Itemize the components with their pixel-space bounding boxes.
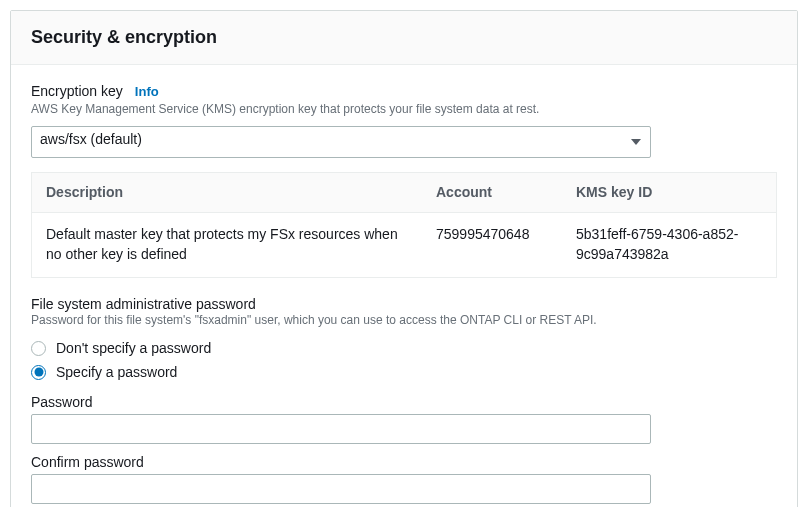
panel-title: Security & encryption bbox=[31, 27, 777, 48]
admin-password-label: File system administrative password bbox=[31, 296, 777, 312]
panel-header: Security & encryption bbox=[11, 11, 797, 65]
info-link[interactable]: Info bbox=[135, 84, 159, 99]
radio-icon-selected bbox=[31, 365, 46, 380]
table-cell-kms-key-id: 5b31feff-6759-4306-a852-9c99a743982a bbox=[562, 213, 776, 276]
table-cell-description: Default master key that protects my FSx … bbox=[32, 213, 422, 276]
table-header-description: Description bbox=[32, 173, 422, 213]
encryption-key-description: AWS Key Management Service (KMS) encrypt… bbox=[31, 101, 777, 118]
confirm-password-input[interactable] bbox=[31, 474, 651, 504]
confirm-password-label: Confirm password bbox=[31, 454, 777, 470]
radio-label-dont-specify: Don't specify a password bbox=[56, 340, 211, 356]
table-row: Default master key that protects my FSx … bbox=[32, 213, 776, 276]
security-encryption-panel: Security & encryption Encryption key Inf… bbox=[10, 10, 798, 507]
radio-specify-password[interactable]: Specify a password bbox=[31, 360, 777, 384]
admin-password-description: Password for this file system's "fsxadmi… bbox=[31, 312, 777, 329]
table-header-kms-key-id: KMS key ID bbox=[562, 173, 776, 213]
encryption-key-label-row: Encryption key Info bbox=[31, 83, 777, 99]
radio-label-specify: Specify a password bbox=[56, 364, 177, 380]
password-field-group: Password bbox=[31, 394, 777, 444]
radio-dont-specify-password[interactable]: Don't specify a password bbox=[31, 336, 777, 360]
encryption-key-label: Encryption key bbox=[31, 83, 123, 99]
encryption-key-select[interactable]: aws/fsx (default) bbox=[31, 126, 651, 158]
encryption-key-select-wrapper: aws/fsx (default) bbox=[31, 126, 651, 158]
table-cell-account: 759995470648 bbox=[422, 213, 562, 276]
admin-password-radio-group: Don't specify a password Specify a passw… bbox=[31, 336, 777, 384]
password-input[interactable] bbox=[31, 414, 651, 444]
table-header-account: Account bbox=[422, 173, 562, 213]
password-label: Password bbox=[31, 394, 777, 410]
table-header-row: Description Account KMS key ID bbox=[32, 173, 776, 214]
kms-key-table: Description Account KMS key ID Default m… bbox=[31, 172, 777, 278]
confirm-password-field-group: Confirm password bbox=[31, 454, 777, 504]
panel-body: Encryption key Info AWS Key Management S… bbox=[11, 65, 797, 507]
radio-icon bbox=[31, 341, 46, 356]
